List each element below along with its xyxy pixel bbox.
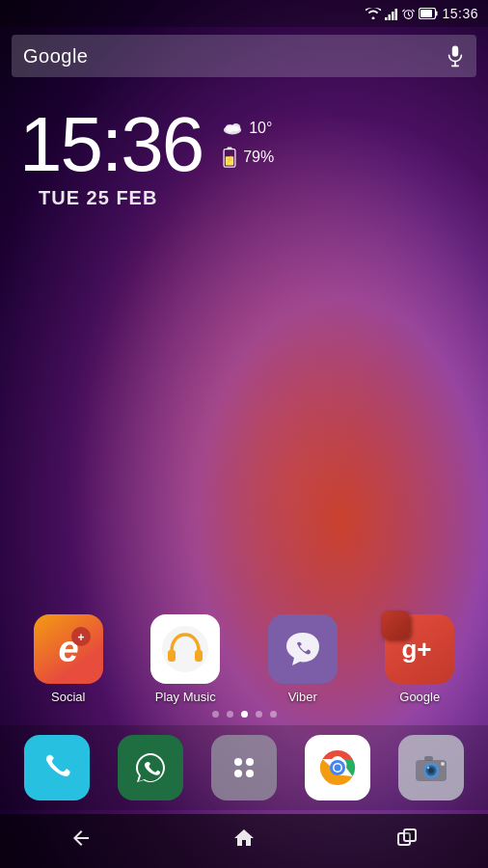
camera-icon: [398, 735, 464, 800]
date-day: 25: [87, 187, 110, 208]
social-icon: e +: [34, 614, 103, 684]
svg-rect-41: [404, 829, 416, 841]
google-icon: g+: [385, 614, 454, 684]
playmusic-icon: [150, 614, 220, 684]
app-social[interactable]: e + Social: [20, 614, 117, 704]
app-viber[interactable]: Viber: [255, 614, 351, 704]
whatsapp-icon: [118, 735, 183, 800]
clock-time: 15:36: [19, 106, 203, 183]
svg-rect-7: [420, 10, 432, 17]
app-google[interactable]: g+ Google: [371, 614, 468, 704]
nav-bar: [0, 814, 488, 868]
google-label: Google: [399, 690, 440, 704]
battery-widget-icon: ⚡: [222, 147, 237, 168]
svg-rect-0: [385, 17, 388, 20]
dock-chrome[interactable]: [305, 735, 370, 800]
svg-rect-23: [195, 650, 203, 662]
google-label: Google: [23, 45, 446, 68]
clock-widget: 15:36 TUE 25 FEB 10° ⚡ 79%: [19, 106, 469, 209]
svg-point-21: [162, 626, 208, 672]
battery-percent: 79%: [243, 149, 274, 166]
recents-button[interactable]: [376, 819, 438, 863]
dot-2-active[interactable]: [241, 711, 248, 718]
app-grid: e + Social: [0, 614, 488, 704]
svg-point-27: [234, 770, 242, 777]
status-bar: 15:36: [0, 0, 488, 27]
battery-status-icon: [419, 8, 438, 19]
mic-icon[interactable]: [446, 44, 465, 68]
status-time: 15:36: [442, 6, 478, 21]
search-bar[interactable]: Google: [12, 35, 476, 77]
svg-rect-15: [228, 147, 232, 149]
app-row-main: e + Social: [0, 614, 488, 704]
dot-0[interactable]: [212, 711, 219, 718]
dot-3[interactable]: [256, 711, 262, 718]
wifi-icon: [366, 8, 381, 19]
playmusic-label: Play Music: [155, 690, 216, 704]
svg-rect-6: [436, 12, 438, 16]
cloud-icon: [222, 121, 243, 136]
page-dots: [0, 711, 488, 718]
clock-right: 10° ⚡ 79%: [222, 106, 274, 168]
svg-point-36: [428, 768, 434, 773]
svg-point-28: [246, 770, 254, 777]
clock-date: TUE 25 FEB: [39, 187, 203, 209]
svg-point-37: [427, 767, 429, 769]
dock-apps[interactable]: [211, 735, 277, 800]
weather-info: 10°: [222, 120, 274, 137]
svg-rect-8: [452, 46, 458, 57]
svg-point-25: [234, 758, 242, 766]
social-label: Social: [51, 690, 85, 704]
status-icons: 15:36: [366, 6, 478, 21]
svg-rect-2: [392, 12, 394, 20]
home-button[interactable]: [213, 819, 275, 863]
alarm-icon: [402, 8, 415, 20]
viber-label: Viber: [288, 690, 317, 704]
dock-phone[interactable]: [24, 735, 90, 800]
signal-icon: [385, 8, 398, 20]
app-playmusic[interactable]: Play Music: [137, 614, 233, 704]
svg-point-32: [335, 765, 341, 772]
svg-rect-22: [168, 650, 176, 662]
date-month: FEB: [116, 187, 157, 208]
svg-text:+: +: [77, 631, 84, 644]
battery-widget-info: ⚡ 79%: [222, 147, 274, 168]
dock-whatsapp[interactable]: [118, 735, 183, 800]
svg-rect-3: [395, 9, 398, 20]
svg-point-13: [231, 123, 240, 131]
svg-text:⚡: ⚡: [225, 154, 234, 164]
chrome-icon: [305, 735, 370, 800]
svg-rect-1: [389, 14, 392, 20]
svg-point-39: [441, 762, 445, 766]
back-button[interactable]: [50, 819, 112, 863]
svg-text:g+: g+: [402, 635, 432, 664]
dock: [0, 725, 488, 810]
apps-icon: [211, 735, 277, 800]
weather-temp: 10°: [249, 120, 272, 137]
dot-1[interactable]: [227, 711, 233, 718]
svg-rect-38: [424, 756, 433, 761]
dot-4[interactable]: [270, 711, 277, 718]
phone-icon: [24, 735, 90, 800]
date-prefix: TUE: [39, 187, 80, 208]
viber-icon: [268, 614, 338, 684]
svg-point-26: [246, 758, 254, 766]
dock-camera[interactable]: [398, 735, 464, 800]
